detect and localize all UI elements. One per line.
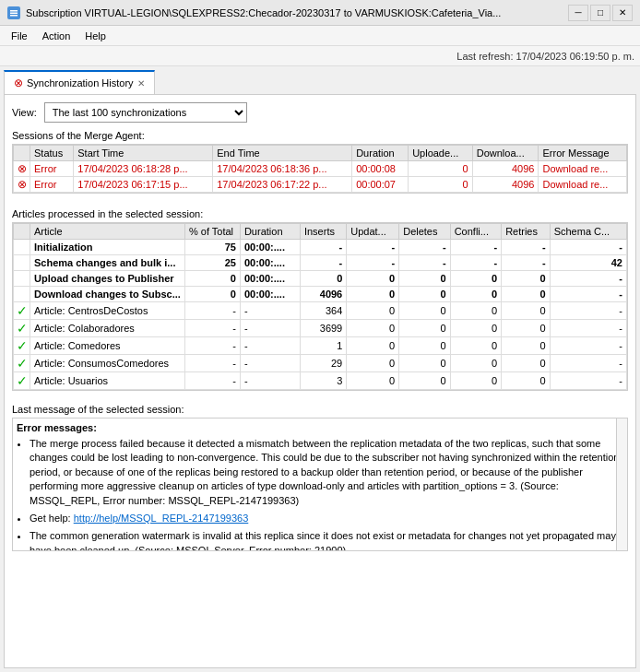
success-icon: ✓ [17, 338, 28, 353]
session-start-time: 17/04/2023 06:18:28 p... [74, 161, 213, 177]
col-uploaded: Uploade... [409, 146, 473, 161]
article-schema: - [550, 271, 626, 287]
article-updates: - [347, 255, 399, 271]
article-icon-cell: ✓ [14, 320, 30, 337]
session-downloaded: 4096 [472, 161, 539, 177]
article-deletes: 0 [399, 302, 450, 320]
scrollbar[interactable] [616, 419, 627, 550]
article-schema: - [550, 320, 626, 337]
article-row[interactable]: ✓ Article: Usuarios - - 3 0 0 0 0 - [14, 372, 627, 390]
tab-close-icon[interactable]: ✕ [137, 78, 145, 88]
article-conflicts: 0 [450, 337, 501, 355]
article-row[interactable]: ✓ Article: Comedores - - 1 0 0 0 0 - [14, 337, 627, 355]
article-icon-cell: ✓ [14, 355, 30, 372]
article-duration: - [240, 302, 300, 320]
tab-area: ⊗ Synchronization History ✕ [0, 66, 640, 94]
article-inserts: - [300, 255, 346, 271]
article-pct: 0 [184, 271, 240, 287]
article-name: Initialization [30, 240, 185, 255]
article-pct: 0 [184, 287, 240, 302]
article-icon-cell [14, 271, 30, 287]
maximize-button[interactable]: □ [590, 5, 610, 21]
article-updates: - [347, 240, 399, 255]
sessions-header-row: Status Start Time End Time Duration Uplo… [14, 146, 627, 161]
success-icon: ✓ [17, 321, 28, 336]
sessions-table: Status Start Time End Time Duration Uplo… [13, 145, 627, 193]
article-schema: - [550, 302, 626, 320]
article-duration: 00:00:.... [240, 255, 300, 271]
session-end-time: 17/04/2023 06:18:36 p... [213, 161, 352, 177]
message-item: Get help: http://help/MSSQL_REPL-2147199… [30, 512, 623, 525]
article-retries: 0 [502, 271, 551, 287]
article-deletes: 0 [399, 355, 450, 372]
menu-file[interactable]: File [4, 29, 35, 43]
article-pct: - [184, 372, 240, 390]
articles-section: Articles processed in the selected sessi… [12, 208, 628, 400]
article-row[interactable]: Initialization 75 00:00:.... - - - - - - [14, 240, 627, 255]
article-row[interactable]: ✓ Article: ConsumosComedores - - 29 0 0 … [14, 355, 627, 372]
session-row[interactable]: ⊗ Error 17/04/2023 06:17:15 p... 17/04/2… [14, 177, 627, 193]
article-updates: 0 [347, 337, 399, 355]
help-link[interactable]: http://help/MSSQL_REPL-2147199363 [74, 513, 249, 524]
sessions-body: ⊗ Error 17/04/2023 06:18:28 p... 17/04/2… [14, 161, 627, 193]
last-message-section: Last message of the selected session: Er… [12, 404, 628, 551]
article-name: Article: CentrosDeCostos [30, 302, 185, 320]
article-duration: - [240, 372, 300, 390]
article-inserts: 0 [300, 271, 346, 287]
article-row[interactable]: ✓ Article: CentrosDeCostos - - 364 0 0 0… [14, 302, 627, 320]
article-retries: 0 [502, 372, 551, 390]
col-art-duration: Duration [240, 224, 300, 240]
article-inserts: 4096 [300, 287, 346, 302]
article-updates: 0 [347, 355, 399, 372]
session-error-msg: Download re... [539, 161, 627, 177]
article-deletes: 0 [399, 271, 450, 287]
message-box[interactable]: Error messages: The merge process failed… [12, 418, 628, 551]
articles-table: Article % of Total Duration Inserts Upda… [13, 223, 627, 390]
article-pct: - [184, 337, 240, 355]
article-duration: 00:00:.... [240, 271, 300, 287]
article-retries: - [502, 255, 551, 271]
article-conflicts: - [450, 240, 501, 255]
session-icon-cell: ⊗ [14, 161, 30, 177]
session-row[interactable]: ⊗ Error 17/04/2023 06:18:28 p... 17/04/2… [14, 161, 627, 177]
article-schema: - [550, 372, 626, 390]
success-icon: ✓ [17, 356, 28, 371]
view-select[interactable]: The last 100 synchronizations [44, 102, 247, 123]
article-updates: 0 [347, 302, 399, 320]
article-updates: 0 [347, 320, 399, 337]
sync-history-tab[interactable]: ⊗ Synchronization History ✕ [4, 70, 155, 94]
article-deletes: 0 [399, 320, 450, 337]
article-row[interactable]: Upload changes to Publisher 0 00:00:....… [14, 271, 627, 287]
article-row[interactable]: ✓ Article: Colaboradores - - 3699 0 0 0 … [14, 320, 627, 337]
articles-table-wrap: Article % of Total Duration Inserts Upda… [12, 222, 628, 391]
article-duration: - [240, 320, 300, 337]
minimize-button[interactable]: ─ [568, 5, 588, 21]
menu-action[interactable]: Action [35, 29, 78, 43]
close-button[interactable]: ✕ [612, 5, 633, 21]
col-error-message: Error Message [539, 146, 627, 161]
article-duration: 00:00:.... [240, 287, 300, 302]
col-end-time: End Time [213, 146, 352, 161]
article-retries: 0 [502, 320, 551, 337]
status-bar: Last refresh: 17/04/2023 06:19:50 p. m. [0, 46, 640, 66]
article-icon-cell: ✓ [14, 337, 30, 355]
article-retries: 0 [502, 355, 551, 372]
menu-help[interactable]: Help [77, 29, 113, 43]
article-name: Article: Comedores [30, 337, 185, 355]
article-row[interactable]: Download changes to Subsc... 0 00:00:...… [14, 287, 627, 302]
tab-label: Synchronization History [27, 77, 134, 88]
sessions-label: Sessions of the Merge Agent: [12, 130, 628, 141]
article-icon-cell [14, 255, 30, 271]
article-conflicts: - [450, 255, 501, 271]
article-conflicts: 0 [450, 302, 501, 320]
view-label: View: [12, 107, 37, 118]
article-deletes: - [399, 255, 450, 271]
article-name: Download changes to Subsc... [30, 287, 185, 302]
article-retries: 0 [502, 337, 551, 355]
col-retries: Retries [502, 224, 551, 240]
col-status: Status [30, 146, 74, 161]
article-row[interactable]: Schema changes and bulk i... 25 00:00:..… [14, 255, 627, 271]
article-deletes: 0 [399, 287, 450, 302]
success-icon: ✓ [17, 303, 28, 318]
error-icon: ⊗ [18, 162, 27, 175]
